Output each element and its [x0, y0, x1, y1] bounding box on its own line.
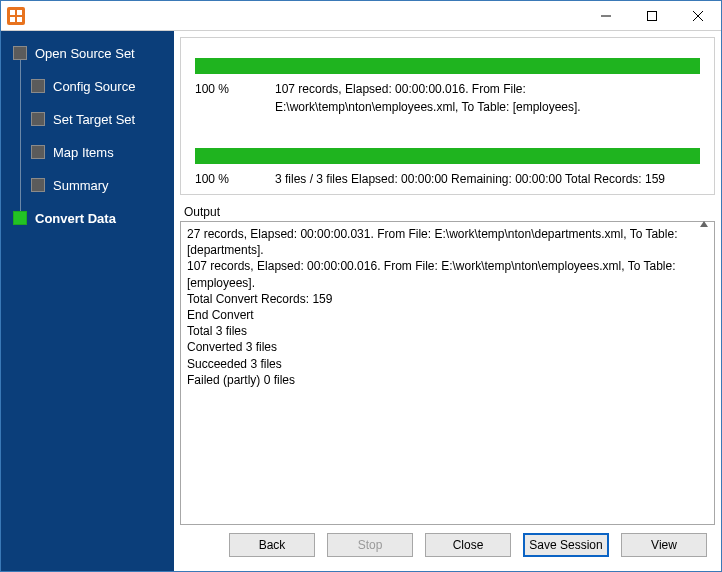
file-progress-info: 100 % 107 records, Elapsed: 00:00:00.016… — [195, 80, 700, 116]
step-label: Open Source Set — [35, 46, 135, 61]
wizard-sidebar: Open Source SetConfig SourceSet Target S… — [1, 31, 174, 571]
svg-rect-1 — [648, 11, 657, 20]
step-marker-icon — [31, 112, 45, 126]
output-line: Failed (partly) 0 files — [187, 372, 708, 388]
wizard-step-map-items[interactable]: Map Items — [1, 138, 174, 166]
output-label: Output — [180, 205, 715, 219]
step-label: Convert Data — [35, 211, 116, 226]
scroll-up-icon[interactable] — [698, 218, 710, 230]
file-progress-percent: 100 % — [195, 80, 275, 116]
output-line: 27 records, Elapsed: 00:00:00.031. From … — [187, 226, 708, 258]
wizard-step-summary[interactable]: Summary — [1, 171, 174, 199]
step-marker-icon — [13, 46, 27, 60]
wizard-step-open-source-set[interactable]: Open Source Set — [1, 39, 174, 67]
step-label: Map Items — [53, 145, 114, 160]
output-line: Total Convert Records: 159 — [187, 291, 708, 307]
back-button[interactable]: Back — [229, 533, 315, 557]
wizard-step-config-source[interactable]: Config Source — [1, 72, 174, 100]
output-textarea[interactable]: 27 records, Elapsed: 00:00:00.031. From … — [180, 221, 715, 525]
progress-panel: 100 % 107 records, Elapsed: 00:00:00.016… — [180, 37, 715, 195]
main-area: Open Source SetConfig SourceSet Target S… — [1, 31, 721, 571]
step-marker-icon — [31, 178, 45, 192]
overall-progress-bar — [195, 148, 700, 164]
content-panel: 100 % 107 records, Elapsed: 00:00:00.016… — [174, 31, 721, 571]
close-button[interactable] — [675, 1, 721, 31]
output-line: 107 records, Elapsed: 00:00:00.016. From… — [187, 258, 708, 290]
minimize-button[interactable] — [583, 1, 629, 31]
step-marker-icon — [31, 79, 45, 93]
step-label: Config Source — [53, 79, 135, 94]
view-button[interactable]: View — [621, 533, 707, 557]
wizard-step-convert-data[interactable]: Convert Data — [1, 204, 174, 232]
overall-progress-info: 100 % 3 files / 3 files Elapsed: 00:00:0… — [195, 170, 700, 188]
button-row: Back Stop Close Save Session View — [180, 525, 715, 565]
output-line: Converted 3 files — [187, 339, 708, 355]
svg-marker-4 — [700, 221, 708, 227]
step-marker-icon — [13, 211, 27, 225]
output-line: End Convert — [187, 307, 708, 323]
titlebar — [1, 1, 721, 31]
step-label: Set Target Set — [53, 112, 135, 127]
overall-progress-percent: 100 % — [195, 170, 275, 188]
step-label: Summary — [53, 178, 109, 193]
output-line: Succeeded 3 files — [187, 356, 708, 372]
output-line: Total 3 files — [187, 323, 708, 339]
close-dialog-button[interactable]: Close — [425, 533, 511, 557]
wizard-step-set-target-set[interactable]: Set Target Set — [1, 105, 174, 133]
maximize-button[interactable] — [629, 1, 675, 31]
step-marker-icon — [31, 145, 45, 159]
overall-progress-details: 3 files / 3 files Elapsed: 00:00:00 Rema… — [275, 170, 700, 188]
stop-button: Stop — [327, 533, 413, 557]
app-icon — [7, 7, 25, 25]
file-progress-details: 107 records, Elapsed: 00:00:00.016. From… — [275, 80, 700, 116]
save-session-button[interactable]: Save Session — [523, 533, 609, 557]
file-progress-bar — [195, 58, 700, 74]
